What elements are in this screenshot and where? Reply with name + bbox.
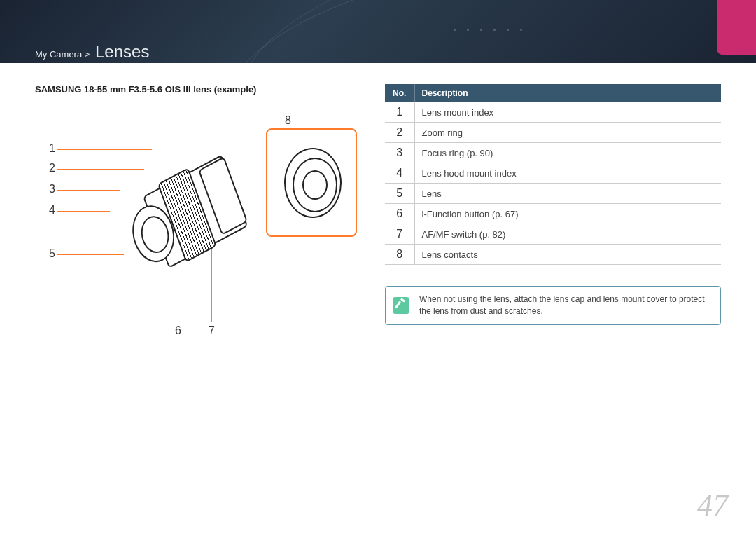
callout-line bbox=[188, 193, 268, 193]
table-row: 3Focus ring (p. 90) bbox=[385, 143, 721, 163]
description-column: No. Description 1Lens mount index 2Zoom … bbox=[385, 84, 721, 338]
callout-3: 3 bbox=[49, 183, 55, 195]
breadcrumb-path: My Camera > bbox=[35, 49, 90, 60]
breadcrumb: My Camera > Lenses bbox=[35, 42, 149, 62]
callout-5: 5 bbox=[49, 247, 55, 260]
lens-diagram: 1 2 3 4 5 6 7 8 bbox=[35, 107, 357, 338]
callout-6: 6 bbox=[175, 324, 181, 337]
decorative-dots bbox=[448, 21, 528, 34]
note-box: When not using the lens, attach the lens… bbox=[385, 286, 721, 325]
callout-2: 2 bbox=[49, 162, 55, 174]
lens-rear-illustration bbox=[284, 148, 342, 218]
table-row: 1Lens mount index bbox=[385, 102, 721, 123]
parts-table: No. Description 1Lens mount index 2Zoom … bbox=[385, 84, 721, 265]
page-title: Lenses bbox=[95, 42, 149, 61]
table-row: 7AF/MF switch (p. 82) bbox=[385, 224, 721, 245]
table-row: 6i-Function button (p. 67) bbox=[385, 204, 721, 224]
table-header-row: No. Description bbox=[385, 84, 721, 102]
callout-7: 7 bbox=[209, 324, 215, 337]
table-row: 2Zoom ring bbox=[385, 123, 721, 143]
lens-rear-view-box bbox=[266, 128, 357, 237]
header-no: No. bbox=[385, 84, 414, 102]
header-band: My Camera > Lenses bbox=[0, 0, 756, 63]
diagram-column: SAMSUNG 18-55 mm F3.5-5.6 OIS III lens (… bbox=[35, 84, 357, 338]
content-area: SAMSUNG 18-55 mm F3.5-5.6 OIS III lens (… bbox=[35, 84, 721, 338]
callout-4: 4 bbox=[49, 204, 55, 217]
page-number: 47 bbox=[697, 488, 728, 523]
table-row: 8Lens contacts bbox=[385, 245, 721, 265]
callout-8: 8 bbox=[285, 114, 291, 127]
table-row: 5Lens bbox=[385, 184, 721, 204]
table-row: 4Lens hood mount index bbox=[385, 163, 721, 184]
section-tab bbox=[717, 0, 756, 55]
callout-1: 1 bbox=[49, 142, 55, 155]
header-desc: Description bbox=[414, 84, 721, 102]
note-text: When not using the lens, attach the lens… bbox=[416, 287, 720, 324]
lens-subtitle: SAMSUNG 18-55 mm F3.5-5.6 OIS III lens (… bbox=[35, 84, 357, 95]
lens-main-illustration bbox=[94, 135, 273, 314]
pen-icon bbox=[386, 287, 416, 324]
